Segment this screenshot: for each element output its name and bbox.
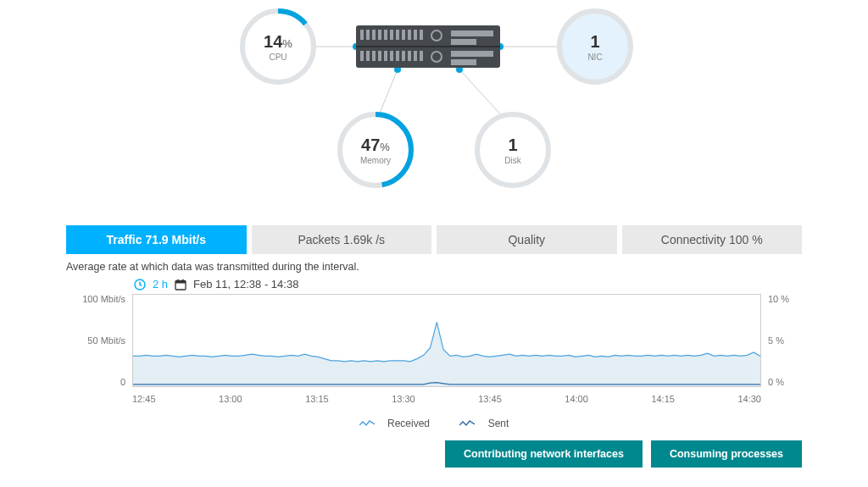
y-left-tick: 50 Mbit/s bbox=[87, 335, 125, 346]
x-tick: 13:00 bbox=[219, 394, 242, 404]
svg-rect-26 bbox=[396, 51, 399, 61]
svg-rect-20 bbox=[360, 51, 364, 61]
x-tick: 14:30 bbox=[737, 394, 761, 404]
svg-rect-22 bbox=[372, 51, 376, 61]
x-tick: 14:00 bbox=[565, 394, 588, 404]
x-tick: 12:45 bbox=[132, 394, 156, 404]
legend-sent: Sent bbox=[488, 418, 509, 429]
y-left-tick: 100 Mbit/s bbox=[82, 294, 125, 304]
calendar-icon bbox=[175, 279, 186, 291]
nic-label: NIC bbox=[587, 53, 602, 62]
disk-label: Disk bbox=[504, 156, 520, 165]
topology-panel: 14% CPU 47% Memory 1 Disk 1 bbox=[0, 0, 868, 203]
svg-rect-23 bbox=[378, 51, 381, 61]
y-left-tick: 0 bbox=[120, 377, 125, 387]
y-axis-right: 10 % 5 % 0 % bbox=[768, 294, 802, 387]
svg-rect-10 bbox=[366, 30, 370, 40]
cpu-label: CPU bbox=[269, 53, 287, 62]
clock-icon bbox=[134, 279, 146, 291]
svg-point-32 bbox=[431, 52, 442, 62]
cpu-gauge[interactable]: 14% CPU bbox=[240, 8, 316, 85]
svg-rect-27 bbox=[402, 51, 405, 61]
legend-swatch-sent bbox=[459, 418, 475, 430]
tab-quality[interactable]: Quality bbox=[437, 225, 617, 254]
svg-rect-34 bbox=[451, 39, 476, 45]
svg-rect-13 bbox=[384, 30, 387, 40]
time-picker[interactable]: 2 h Feb 11, 12:38 - 14:38 bbox=[134, 278, 802, 291]
svg-line-4 bbox=[379, 69, 398, 115]
svg-rect-11 bbox=[372, 30, 376, 40]
x-tick: 13:15 bbox=[305, 394, 329, 404]
svg-rect-30 bbox=[420, 51, 423, 61]
svg-rect-29 bbox=[414, 51, 417, 61]
nic-value: 1 bbox=[590, 32, 599, 51]
svg-rect-25 bbox=[390, 51, 393, 61]
tab-packets[interactable]: Packets 1.69k /s bbox=[252, 225, 432, 254]
svg-point-31 bbox=[431, 30, 442, 41]
svg-rect-51 bbox=[177, 279, 179, 281]
tab-connectivity[interactable]: Connectivity 100 % bbox=[622, 225, 803, 254]
y-right-tick: 0 % bbox=[768, 377, 784, 387]
chart-legend: Received Sent bbox=[66, 418, 802, 430]
svg-rect-35 bbox=[451, 51, 493, 57]
memory-unit: % bbox=[380, 141, 390, 153]
svg-rect-28 bbox=[408, 51, 411, 61]
x-axis: 12:4513:0013:1513:3013:4514:0014:1514:30 bbox=[132, 394, 761, 404]
svg-rect-16 bbox=[402, 30, 405, 40]
y-axis-left: 100 Mbit/s 50 Mbit/s 0 bbox=[66, 294, 125, 387]
tab-traffic[interactable]: Traffic 71.9 Mbit/s bbox=[66, 225, 247, 254]
svg-rect-12 bbox=[378, 30, 381, 40]
chart-section: Average rate at which data was transmitt… bbox=[0, 254, 868, 430]
nic-gauge[interactable]: 1 NIC bbox=[557, 8, 633, 85]
chart-area: 100 Mbit/s 50 Mbit/s 0 10 % 5 % 0 % 12:4… bbox=[66, 294, 802, 412]
svg-rect-36 bbox=[451, 59, 476, 65]
x-tick: 13:30 bbox=[392, 394, 415, 404]
svg-rect-15 bbox=[396, 30, 399, 40]
svg-rect-19 bbox=[420, 30, 423, 40]
x-tick: 13:45 bbox=[478, 394, 502, 404]
time-range: 2 h bbox=[153, 278, 168, 291]
legend-received: Received bbox=[387, 418, 430, 429]
memory-label: Memory bbox=[360, 156, 391, 165]
contributing-interfaces-button[interactable]: Contributing network interfaces bbox=[445, 440, 643, 468]
y-right-tick: 10 % bbox=[768, 294, 789, 304]
disk-gauge[interactable]: 1 Disk bbox=[475, 112, 551, 188]
svg-rect-9 bbox=[360, 30, 364, 40]
time-window: Feb 11, 12:38 - 14:38 bbox=[193, 278, 298, 291]
memory-gauge[interactable]: 47% Memory bbox=[337, 112, 414, 188]
action-buttons: Contributing network interfaces Consumin… bbox=[0, 430, 868, 468]
cpu-unit: % bbox=[282, 37, 292, 50]
y-right-tick: 5 % bbox=[768, 335, 784, 346]
svg-rect-21 bbox=[366, 51, 370, 61]
svg-rect-17 bbox=[408, 30, 411, 40]
cpu-value: 14 bbox=[264, 32, 282, 51]
svg-rect-14 bbox=[390, 30, 393, 40]
server-icon bbox=[356, 25, 500, 68]
svg-rect-24 bbox=[384, 51, 387, 61]
svg-rect-18 bbox=[414, 30, 417, 40]
consuming-processes-button[interactable]: Consuming processes bbox=[651, 440, 802, 468]
metric-tabs: Traffic 71.9 Mbit/s Packets 1.69k /s Qua… bbox=[0, 225, 868, 254]
chart-plot[interactable] bbox=[132, 294, 761, 387]
svg-rect-52 bbox=[182, 279, 184, 281]
memory-value: 47 bbox=[361, 136, 380, 154]
legend-swatch-received bbox=[359, 418, 375, 430]
chart-description: Average rate at which data was transmitt… bbox=[66, 261, 802, 273]
svg-rect-50 bbox=[175, 280, 186, 283]
svg-rect-33 bbox=[451, 30, 493, 36]
x-tick: 14:15 bbox=[651, 394, 675, 404]
disk-value: 1 bbox=[508, 136, 517, 154]
